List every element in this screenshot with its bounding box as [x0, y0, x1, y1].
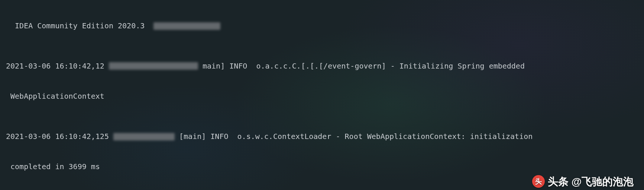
log-text: main] INFO o.a.c.c.C.[.[.[/event-govern]…: [203, 61, 525, 70]
log-line-continuation: WebApplicationContext: [6, 91, 638, 101]
console-output: IDEA Community Edition 2020.3 2021-03-06…: [0, 0, 644, 190]
log-line: 2021-03-06 16:10:42,125 [main] INFO o.s.…: [6, 132, 638, 142]
log-line: 2021-03-06 16:10:42,12 main] INFO o.a.c.…: [6, 61, 638, 71]
redacted-block: [109, 62, 198, 70]
ide-title-fragment: IDEA Community Edition 2020.3: [6, 21, 638, 31]
redacted-block: [153, 22, 220, 30]
log-text: 2021-03-06 16:10:42,125: [6, 132, 113, 141]
log-line-continuation: completed in 3699 ms: [6, 162, 638, 172]
title-text: IDEA Community Edition 2020.3: [15, 21, 145, 30]
log-text: 2021-03-06 16:10:42,12: [6, 61, 104, 70]
log-text: [main] INFO o.s.w.c.ContextLoader - Root…: [175, 132, 533, 141]
redacted-block: [113, 133, 175, 140]
